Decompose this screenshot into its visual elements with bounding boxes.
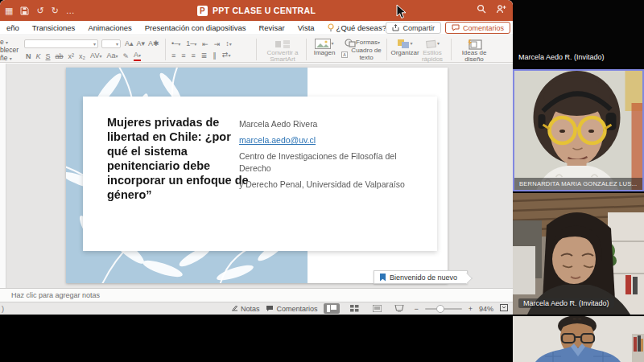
font-name-combo[interactable]: ▾ (24, 39, 98, 48)
line-spacing-button[interactable]: ↕▾ (225, 39, 232, 48)
font-color-button[interactable]: A▾ (134, 51, 141, 61)
participant-video-2-active[interactable]: BERNARDITA MARIA GONZALEZ LUS... (513, 69, 644, 191)
estilos-rapidos-button[interactable]: ▾ Estilos rápidos (420, 39, 444, 64)
imagen-button[interactable]: ▾ Imagen (310, 39, 339, 56)
cuadro-texto-button[interactable]: A Cuadro de texto (341, 49, 383, 60)
slide-author-block[interactable]: Marcela Aedo Rivera marcela.aedo@uv.cl C… (239, 118, 426, 195)
participant-2-name: BERNARDITA MARIA GONZALEZ LUS... (514, 178, 642, 190)
tab-que-deseas[interactable]: ¿Qué deseas? (321, 23, 393, 32)
share-profile-icon[interactable] (496, 4, 506, 14)
subscript-button[interactable]: x₂ (79, 52, 85, 60)
picture-icon (315, 39, 331, 49)
normal-view-button[interactable] (324, 303, 340, 314)
tab-transiciones[interactable]: Transiciones (26, 23, 82, 32)
ribbon: e ▾ blecer ñe ▾ ▾ ▾ A▴ A▾ A✱ N K S ab x²… (0, 36, 513, 63)
columns-button[interactable]: ∥ (213, 51, 217, 60)
ribbon-tab-bar: eño Transiciones Animaciones Presentació… (0, 21, 513, 35)
bullets-button[interactable]: •‒▾ (171, 39, 180, 48)
numbering-button[interactable]: 1‒▾ (186, 39, 196, 48)
comentarios-button[interactable]: Comentarios (445, 22, 510, 34)
tab-presentacion-con-diapositivas[interactable]: Presentación con diapositivas (138, 23, 253, 32)
author-email-link[interactable]: marcela.aedo@uv.cl (239, 135, 316, 145)
notas-toggle[interactable]: Notas (231, 305, 260, 313)
strikethrough-button[interactable]: ab (56, 52, 64, 60)
indent-button[interactable]: ⇥ (214, 40, 221, 48)
underline-button[interactable]: S (46, 52, 51, 60)
powerpoint-window: ▦ ↺ ↻ … P PPT CLASE U CENTRAL eño Transi… (0, 0, 513, 315)
participant-2-video-feed (514, 71, 642, 190)
smartart-icon (275, 39, 291, 49)
character-spacing-button[interactable]: AV▾ (90, 51, 101, 60)
title-bar: ▦ ↺ ↻ … P PPT CLASE U CENTRAL (0, 0, 513, 21)
tab-diseno-cut[interactable]: eño (0, 23, 26, 32)
organizar-button[interactable]: ▾ Organizar (391, 39, 419, 56)
slide-thumbnail-pane[interactable] (0, 64, 6, 288)
compartir-button[interactable]: Compartir (386, 22, 441, 34)
tab-que-deseas-label: ¿Qué deseas? (336, 23, 386, 32)
tab-animaciones[interactable]: Animaciones (81, 23, 138, 32)
clear-format-button[interactable]: A✱ (148, 39, 159, 47)
participant-3-name: Marcela Aedo R. (Invitado) (518, 298, 614, 308)
ideas-diseno-button[interactable]: Ideas de diseño (456, 39, 492, 64)
design-ideas-icon (466, 39, 482, 50)
zoom-in-button[interactable]: + (469, 305, 473, 313)
affiliation-line2: y Derecho Penal, Universidad de Valparaí… (239, 179, 426, 190)
ribbon-fragment-1[interactable]: e ▾ (0, 38, 8, 46)
font-size-combo[interactable]: ▾ (101, 39, 121, 48)
participant-3-video-feed (513, 193, 644, 315)
align-center-button[interactable]: ≡ (181, 51, 185, 60)
meeting-participants-panel: Marcela Aedo R. (Invitado) (513, 0, 644, 362)
zoom-out-button[interactable]: − (414, 305, 418, 313)
highlight-button[interactable]: ✎ (122, 52, 129, 60)
convert-smartart-button[interactable]: Convertir a SmartArt (262, 39, 303, 64)
participant-video-3[interactable]: Marcela Aedo R. (Invitado) (513, 193, 644, 315)
slide-title[interactable]: Mujeres privadas de libertad en Chile: ¿… (107, 116, 249, 203)
grow-font-button[interactable]: A▴ (125, 39, 134, 47)
participant-video-1[interactable]: Marcela Aedo R. (Invitado) (513, 0, 644, 68)
window-title: PPT CLASE U CENTRAL (213, 6, 316, 15)
align-left-button[interactable]: ≡ (171, 51, 175, 60)
tab-vista[interactable]: Vista (291, 23, 321, 32)
tab-revisar[interactable]: Revisar (252, 23, 291, 32)
screen: ▦ ↺ ↻ … P PPT CLASE U CENTRAL eño Transi… (0, 0, 644, 362)
search-icon[interactable] (477, 4, 486, 14)
slideshow-view-button[interactable] (391, 303, 407, 314)
justify-button[interactable]: ≣ (201, 51, 208, 60)
reading-view-button[interactable] (369, 303, 385, 314)
participant-video-4[interactable] (513, 316, 644, 362)
bold-button[interactable]: N (26, 52, 31, 60)
comentarios-toggle[interactable]: Comentarios (266, 305, 317, 313)
svg-text:A: A (343, 51, 346, 56)
zoom-level[interactable]: 94% (479, 305, 493, 313)
slide-text-box[interactable]: Mujeres privadas de libertad en Chile: ¿… (83, 97, 437, 251)
lightbulb-icon (328, 23, 334, 32)
slide-sorter-view-button[interactable] (346, 303, 362, 314)
zoom-slider[interactable] (425, 308, 462, 310)
shrink-font-button[interactable]: A▾ (137, 39, 146, 47)
fit-slide-button[interactable] (500, 304, 508, 313)
align-right-button[interactable]: ≡ (192, 51, 196, 60)
text-direction-button[interactable]: ⇄▾ (222, 51, 231, 60)
ribbon-fragment-diseno[interactable]: ñe ▾ (0, 54, 12, 62)
affiliation-line1: Centro de Investigaciones de Filosofía d… (239, 150, 426, 173)
ribbon-fragment-restablecer[interactable]: blecer (0, 46, 19, 54)
comentarios-label: Comentarios (463, 24, 504, 32)
slide-canvas[interactable]: Mujeres privadas de libertad en Chile: ¿… (66, 68, 448, 283)
bienvenido-tooltip[interactable]: Bienvenido de nuevo (374, 270, 468, 284)
superscript-button[interactable]: x² (68, 52, 75, 60)
comments-status-icon (266, 305, 274, 312)
arrange-icon (397, 39, 410, 49)
zoom-slider-knob[interactable] (436, 305, 444, 313)
comment-icon (452, 24, 460, 31)
notas-icon (231, 305, 238, 312)
participant-4-video-feed (513, 316, 644, 362)
notes-pane[interactable]: Haz clic para agregar notas (0, 288, 513, 302)
italic-button[interactable]: K (36, 52, 41, 60)
status-fragment: ) (2, 305, 4, 313)
formas-button: Formas ▾ A Cuadro de texto (341, 38, 383, 60)
textbox-icon: A (341, 51, 348, 59)
change-case-button[interactable]: Aa▾ (106, 51, 118, 60)
outdent-button[interactable]: ⇤ (202, 40, 208, 48)
share-icon (392, 24, 399, 31)
powerpoint-app-icon: P (197, 6, 208, 16)
